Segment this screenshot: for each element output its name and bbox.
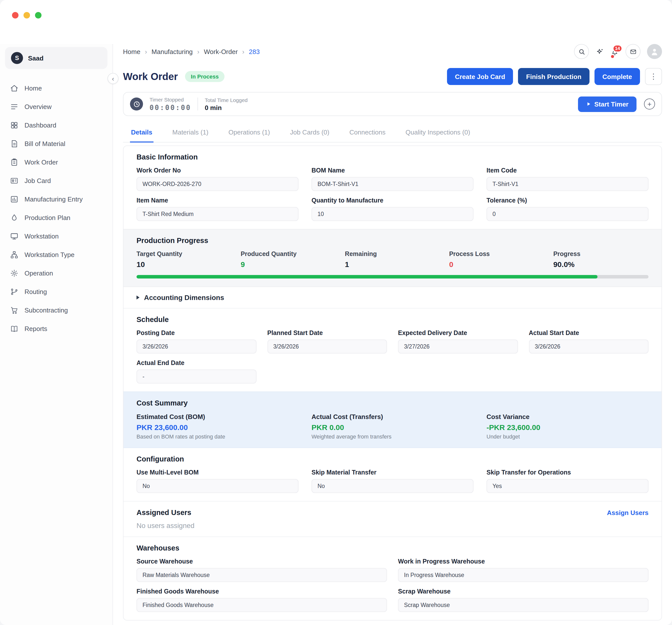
add-time-button[interactable]: + — [644, 98, 655, 110]
close-window-button[interactable] — [12, 12, 19, 19]
main-content: Home › Manufacturing › Work-Order › 283 … — [113, 0, 672, 625]
sidebar-item-label: Operation — [24, 269, 53, 277]
input-expected-delivery-date[interactable]: 3/27/2026 — [398, 339, 518, 354]
accounting-dimensions-heading: Accounting Dimensions — [144, 293, 224, 302]
input-skip-material-transfer[interactable]: No — [312, 479, 474, 493]
configuration-section: Configuration Use Multi-Level BOMNo Skip… — [123, 448, 662, 502]
sidebar-item-bill-of-material[interactable]: Bill of Material — [5, 135, 107, 153]
input-work-order-no[interactable]: WORK-ORD-2026-270 — [137, 177, 298, 191]
input-actual-start-date[interactable]: 3/26/2026 — [529, 339, 648, 354]
input-tolerance[interactable]: 0 — [486, 207, 648, 221]
input-use-multi-level-bom[interactable]: No — [137, 479, 298, 493]
tab-job-cards[interactable]: Job Cards (0) — [289, 124, 331, 142]
mail-button[interactable] — [625, 44, 641, 59]
assigned-users-heading: Assigned Users — [137, 508, 191, 516]
field-label: Scrap Warehouse — [398, 588, 648, 595]
notification-badge: 14 — [613, 44, 623, 52]
sidebar-item-reports[interactable]: Reports — [5, 319, 107, 338]
input-scrap-warehouse[interactable]: Scrap Warehouse — [398, 598, 648, 612]
production-progress-heading: Production Progress — [137, 237, 648, 244]
sidebar-item-dashboard[interactable]: Dashboard — [5, 116, 107, 135]
stat-process-loss: Process Loss0 — [449, 250, 544, 268]
field-label: Actual End Date — [137, 360, 256, 366]
page-title: Work Order — [123, 71, 178, 82]
sidebar-item-home[interactable]: Home — [5, 79, 107, 97]
search-icon — [578, 48, 585, 55]
tab-operations[interactable]: Operations (1) — [227, 124, 271, 142]
ai-assistant-button[interactable] — [596, 47, 604, 56]
finish-production-button[interactable]: Finish Production — [518, 68, 590, 85]
input-posting-date[interactable]: 3/26/2026 — [137, 339, 256, 354]
sidebar-item-label: Workstation Type — [24, 251, 74, 259]
create-job-card-button[interactable]: Create Job Card — [447, 68, 513, 85]
field-label: Planned Start Date — [267, 330, 387, 337]
sidebar-item-label: Workstation — [24, 233, 59, 240]
tab-details[interactable]: Details — [130, 124, 153, 143]
sidebar-nav: Home Overview Dashboard Bill of Material… — [5, 79, 107, 338]
search-button[interactable] — [574, 44, 589, 59]
user-avatar-button[interactable] — [647, 44, 662, 59]
input-item-name[interactable]: T-Shirt Red Medium — [137, 207, 298, 221]
field-label: Quantity to Manufacture — [312, 197, 474, 204]
tab-materials[interactable]: Materials (1) — [171, 124, 210, 142]
field-label: Item Code — [486, 167, 648, 174]
header-actions: Create Job Card Finish Production Comple… — [447, 68, 662, 85]
breadcrumb-work-order[interactable]: Work-Order — [204, 48, 238, 55]
input-item-code[interactable]: T-Shirt-V1 — [486, 177, 648, 191]
more-options-button[interactable]: ⋮ — [645, 68, 662, 85]
input-planned-start-date[interactable]: 3/26/2026 — [267, 339, 387, 354]
sidebar-collapse-button[interactable]: ‹ — [107, 73, 119, 84]
sidebar-item-overview[interactable]: Overview — [5, 97, 107, 116]
notifications-button[interactable]: 14 — [610, 47, 619, 56]
input-source-warehouse[interactable]: Raw Materials Warehouse — [137, 568, 387, 582]
sidebar: S Saad Home Overview Dashboard Bill of M… — [0, 44, 113, 625]
sidebar-item-operation[interactable]: Operation — [5, 264, 107, 283]
breadcrumb: Home › Manufacturing › Work-Order › 283 — [123, 48, 260, 55]
field-label: Tolerance (%) — [486, 197, 648, 204]
sidebar-item-production-plan[interactable]: Production Plan — [5, 209, 107, 227]
timer-divider — [198, 97, 198, 111]
overview-icon — [10, 102, 19, 111]
assign-users-link[interactable]: Assign Users — [607, 509, 648, 516]
production-plan-icon — [10, 214, 19, 222]
accounting-dimensions-toggle[interactable]: Accounting Dimensions — [123, 287, 662, 309]
sidebar-item-subcontracting[interactable]: Subcontracting — [5, 301, 107, 319]
sidebar-user-card[interactable]: S Saad — [5, 47, 107, 69]
sidebar-item-label: Reports — [24, 325, 47, 333]
input-bom-name[interactable]: BOM-T-Shirt-V1 — [312, 177, 474, 191]
sidebar-item-routing[interactable]: Routing — [5, 283, 107, 301]
tab-quality-inspections[interactable]: Quality Inspections (0) — [405, 124, 471, 142]
tab-strip: Details Materials (1) Operations (1) Job… — [123, 124, 662, 143]
input-skip-transfer-operations[interactable]: Yes — [486, 479, 648, 493]
breadcrumb-current-id: 283 — [249, 48, 260, 55]
sidebar-item-work-order[interactable]: Work Order — [5, 153, 107, 171]
field-label: Finished Goods Warehouse — [137, 588, 387, 595]
start-timer-button[interactable]: Start Timer — [578, 96, 637, 112]
work-order-icon — [10, 158, 19, 167]
sidebar-item-label: Work Order — [24, 159, 58, 166]
input-actual-end-date[interactable]: - — [137, 369, 256, 384]
tab-connections[interactable]: Connections — [348, 124, 386, 142]
minimize-window-button[interactable] — [24, 12, 30, 19]
cost-summary-section: Cost Summary Estimated Cost (BOM) PKR 23… — [123, 391, 662, 448]
window-controls — [12, 12, 42, 19]
field-label: Skip Transfer for Operations — [486, 469, 648, 476]
routing-icon — [10, 288, 19, 296]
user-initial-avatar: S — [11, 52, 23, 64]
zoom-window-button[interactable] — [35, 12, 42, 19]
sidebar-item-workstation[interactable]: Workstation — [5, 227, 107, 245]
input-finished-goods-warehouse[interactable]: Finished Goods Warehouse — [137, 598, 387, 612]
total-time-value: 0 min — [205, 104, 248, 111]
input-quantity-to-manufacture[interactable]: 10 — [312, 207, 474, 221]
breadcrumb-manufacturing[interactable]: Manufacturing — [151, 48, 193, 55]
sidebar-item-manufacturing-entry[interactable]: Manufacturing Entry — [5, 190, 107, 209]
complete-button[interactable]: Complete — [595, 68, 640, 85]
reports-icon — [10, 324, 19, 333]
sidebar-item-workstation-type[interactable]: Workstation Type — [5, 245, 107, 264]
sidebar-item-job-card[interactable]: Job Card — [5, 171, 107, 190]
sidebar-item-label: Manufacturing Entry — [24, 195, 83, 203]
input-wip-warehouse[interactable]: In Progress Warehouse — [398, 568, 648, 582]
dashboard-icon — [10, 121, 19, 129]
breadcrumb-home[interactable]: Home — [123, 48, 140, 55]
field-label: Item Name — [137, 197, 298, 204]
